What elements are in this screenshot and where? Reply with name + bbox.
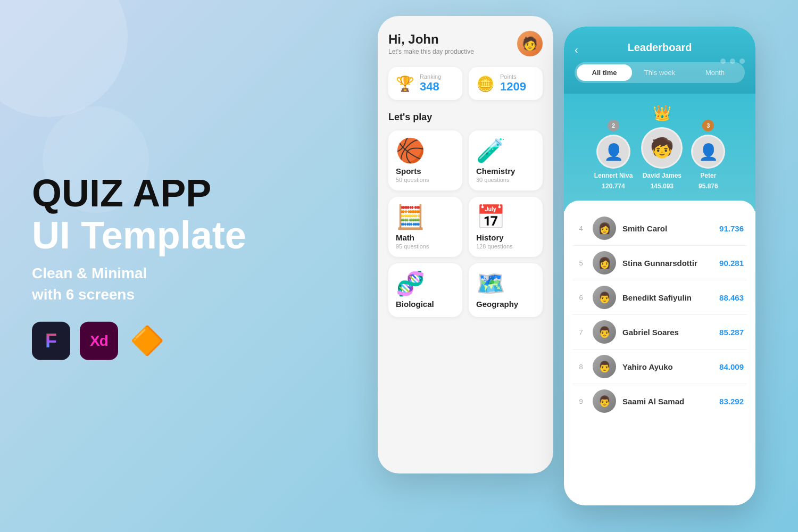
lb-item-9: 9 👨 Saami Al Samad 83.292: [572, 384, 747, 418]
lb-rank-5: 5: [576, 259, 586, 267]
filter-all-time[interactable]: All time: [577, 64, 632, 81]
quiz-card-history[interactable]: 📅 History 128 questions: [469, 197, 543, 257]
ranking-card: 🏆 Ranking 348: [388, 67, 462, 100]
greeting-title: Hi, John: [388, 32, 474, 47]
filter-tabs: All time This week Month: [575, 62, 745, 83]
podium-avatar-3: 👤: [691, 135, 725, 169]
lb-avatar-6: 👨: [593, 286, 616, 309]
trophy-icon: 🏆: [396, 75, 414, 93]
podium-score-2: 120.774: [602, 182, 625, 190]
lb-avatar-8: 👨: [593, 355, 616, 378]
math-name: Math: [396, 233, 455, 242]
lb-item-4: 4 👩 Smith Carol 91.736: [572, 211, 747, 246]
lb-score-5: 90.281: [719, 259, 744, 268]
podium-name-3: Peter: [700, 172, 716, 179]
podium-3rd: 3 👤 Peter 95.876: [691, 120, 725, 190]
podium-score-1: 145.093: [651, 182, 674, 190]
quiz-card-geography[interactable]: 🗺️ Geography: [469, 263, 543, 317]
quiz-card-sports[interactable]: 🏀 Sports 50 questions: [388, 130, 462, 190]
podium-name-1: David James: [643, 172, 681, 179]
chemistry-name: Chemistry: [476, 167, 535, 176]
sketch-icon: 🔶: [128, 321, 166, 360]
chemistry-questions: 30 questions: [476, 177, 535, 183]
lb-name-6: Benedikt Safiyulin: [622, 293, 713, 302]
lb-name-7: Gabriel Soares: [622, 328, 713, 337]
quiz-header: Hi, John Let's make this day productive …: [388, 31, 543, 56]
podium-section: 2 👤 Lennert Niva 120.774 👑 🧒 David James…: [564, 94, 755, 211]
lb-avatar-5: 👩: [593, 251, 616, 275]
rank-badge-2: 2: [608, 120, 619, 131]
history-emoji: 📅: [476, 205, 535, 229]
leaderboard-title: Leaderboard: [575, 41, 745, 54]
lb-rank-7: 7: [576, 328, 586, 336]
lb-score-6: 88.463: [719, 293, 744, 302]
tool-icons: F Xd 🔶: [32, 321, 255, 360]
left-section: QUIZ APP UI Template Clean & Minimal wit…: [32, 172, 255, 360]
podium-avatar-2: 👤: [596, 135, 630, 169]
points-card: 🪙 Points 1209: [469, 67, 543, 100]
figma-icon: F: [32, 321, 70, 360]
lb-item-6: 6 👨 Benedikt Safiyulin 88.463: [572, 280, 747, 315]
filter-month[interactable]: Month: [687, 64, 743, 81]
history-name: History: [476, 233, 535, 242]
ranking-label: Ranking: [420, 73, 441, 80]
back-button[interactable]: ‹: [575, 44, 578, 56]
greeting-subtitle: Let's make this day productive: [388, 48, 474, 55]
bio-emoji: 🧬: [396, 272, 455, 295]
coin-icon: 🪙: [476, 75, 495, 93]
quiz-card-math[interactable]: 🧮 Math 95 questions: [388, 197, 462, 257]
stats-row: 🏆 Ranking 348 🪙 Points 1209: [388, 67, 543, 100]
quiz-card-chemistry[interactable]: 🧪 Chemistry 30 questions: [469, 130, 543, 190]
lb-rank-9: 9: [576, 397, 586, 405]
ranking-value: 348: [420, 80, 441, 94]
sports-emoji: 🏀: [396, 139, 455, 162]
lb-score-8: 84.009: [719, 362, 744, 371]
chemistry-emoji: 🧪: [476, 139, 535, 162]
lb-name-4: Smith Carol: [622, 224, 713, 233]
math-questions: 95 questions: [396, 243, 455, 250]
quiz-grid: 🏀 Sports 50 questions 🧪 Chemistry 30 que…: [388, 130, 543, 317]
quiz-card-biological[interactable]: 🧬 Biological: [388, 263, 462, 317]
phones-container: Hi, John Let's make this day productive …: [378, 16, 755, 505]
user-avatar: 🧑: [517, 31, 543, 56]
podium-avatar-1: 🧒: [641, 127, 683, 169]
filter-this-week[interactable]: This week: [632, 64, 687, 81]
rank-badge-3: 3: [702, 120, 714, 131]
app-subtitle: Clean & Minimal with 6 screens: [32, 263, 255, 304]
greeting-section: Hi, John Let's make this day productive: [388, 32, 474, 55]
points-info: Points 1209: [500, 73, 526, 94]
lb-item-7: 7 👨 Gabriel Soares 85.287: [572, 315, 747, 350]
lb-avatar-4: 👩: [593, 217, 616, 240]
phone-quiz: Hi, John Let's make this day productive …: [378, 16, 553, 473]
leaderboard-list: 4 👩 Smith Carol 91.736 5 👩 Stina Gunnars…: [564, 201, 755, 429]
lb-avatar-9: 👨: [593, 389, 616, 413]
lb-item-5: 5 👩 Stina Gunnarsdottir 90.281: [572, 246, 747, 280]
lb-name-5: Stina Gunnarsdottir: [622, 259, 713, 268]
lb-rank-4: 4: [576, 225, 586, 232]
leaderboard-header: ‹ Leaderboard All time This week Month: [564, 27, 755, 94]
geo-name: Geography: [476, 300, 535, 309]
sports-name: Sports: [396, 167, 455, 176]
lb-rank-8: 8: [576, 363, 586, 371]
decorative-dots: [720, 59, 745, 64]
podium-2nd: 2 👤 Lennert Niva 120.774: [594, 120, 633, 190]
subtitle-line1: Clean & Minimal: [32, 263, 255, 284]
math-emoji: 🧮: [396, 205, 455, 229]
crown-icon: 👑: [653, 104, 671, 122]
lb-score-7: 85.287: [719, 328, 744, 337]
podium-1st: 👑 🧒 David James 145.093: [641, 104, 683, 190]
podium-score-3: 95.876: [699, 182, 718, 190]
bio-name: Biological: [396, 300, 455, 309]
sports-questions: 50 questions: [396, 177, 455, 183]
lets-play-title: Let's play: [388, 112, 543, 123]
app-title-line1: QUIZ APP: [32, 172, 255, 214]
lb-item-8: 8 👨 Yahiro Ayuko 84.009: [572, 350, 747, 384]
lb-rank-6: 6: [576, 294, 586, 302]
lb-avatar-7: 👨: [593, 320, 616, 344]
subtitle-line2: with 6 screens: [32, 284, 255, 304]
ranking-info: Ranking 348: [420, 73, 441, 94]
lb-name-9: Saami Al Samad: [622, 397, 713, 406]
app-title-line2: UI Template: [32, 214, 255, 256]
points-label: Points: [500, 73, 526, 80]
points-value: 1209: [500, 80, 526, 94]
